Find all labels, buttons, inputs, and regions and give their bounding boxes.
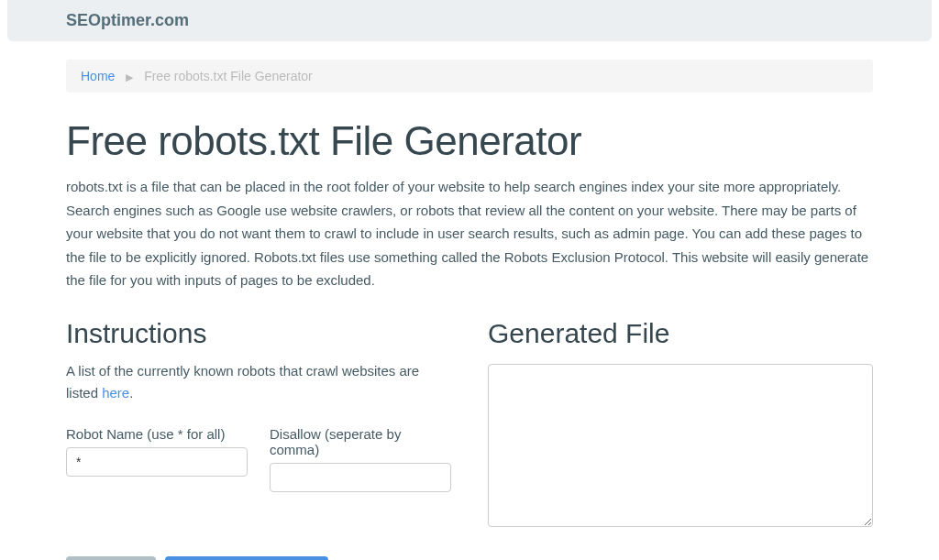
disallow-input[interactable] [270, 463, 451, 492]
generate-button[interactable]: Generate robots.txt File [165, 556, 328, 561]
breadcrumb-home-link[interactable]: Home [81, 69, 115, 83]
page-title: Free robots.txt File Generator [66, 118, 873, 164]
breadcrumb-current: Free robots.txt File Generator [144, 69, 313, 83]
robot-name-input[interactable] [66, 447, 248, 477]
robot-name-label: Robot Name (use * for all) [66, 426, 248, 442]
instructions-column: Instructions A list of the currently kno… [66, 318, 451, 561]
generated-column: Generated File [488, 318, 873, 561]
brand-logo[interactable]: SEOptimer.com [66, 11, 189, 29]
add-robot-button[interactable]: Add Robot [66, 556, 156, 561]
instructions-text: A list of the currently known robots tha… [66, 360, 451, 404]
top-bar: SEOptimer.com [7, 0, 932, 41]
disallow-label: Disallow (seperate by comma) [270, 426, 451, 457]
robots-list-link[interactable]: here [102, 385, 129, 401]
generated-output[interactable] [488, 364, 873, 527]
intro-paragraph: robots.txt is a file that can be placed … [66, 175, 873, 292]
chevron-right-icon: ▶ [126, 71, 133, 82]
breadcrumb: Home ▶ Free robots.txt File Generator [66, 60, 873, 93]
generated-title: Generated File [488, 318, 873, 349]
robot-name-group: Robot Name (use * for all) [66, 426, 248, 492]
instructions-title: Instructions [66, 318, 451, 349]
instructions-suffix: . [129, 385, 133, 401]
disallow-group: Disallow (seperate by comma) [270, 426, 451, 492]
